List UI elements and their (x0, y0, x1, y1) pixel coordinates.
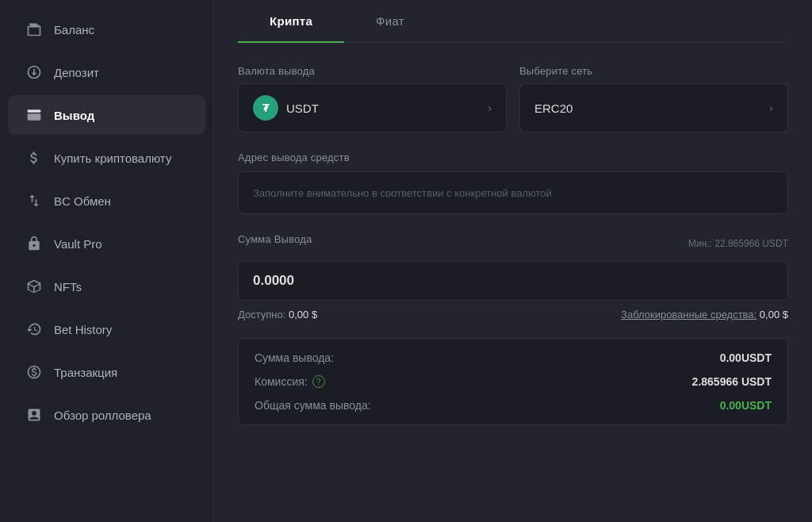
summary-row-total: Общая сумма вывода: 0.00USDT (255, 399, 772, 412)
bet-history-icon (25, 320, 43, 338)
exchange-icon (25, 192, 43, 209)
available-blocked-row: Доступно: 0,00 $ Заблокированные средств… (238, 309, 788, 320)
sidebar-item-withdraw-label: Вывод (54, 109, 94, 122)
amount-header: Сумма Вывода Мин.: 22.865966 USDT (238, 233, 788, 253)
blocked-info: Заблокированные средства: 0,00 $ (621, 309, 788, 320)
sidebar-item-bet-history[interactable]: Bet History (8, 309, 205, 349)
currency-select[interactable]: ₮ USDT › (238, 83, 507, 132)
amount-min-label: Мин.: 22.865966 USDT (688, 238, 788, 249)
summary-box: Сумма вывода: 0.00USDT Комиссия: ? 2.865… (238, 338, 788, 425)
address-label: Адрес вывода средств (238, 152, 788, 163)
commission-label: Комиссия: ? (255, 375, 325, 388)
usdt-icon: ₮ (253, 95, 278, 121)
sidebar-item-rollover[interactable]: Обзор ролловера (8, 395, 205, 435)
vault-icon (25, 235, 43, 252)
total-label: Общая сумма вывода: (255, 399, 371, 412)
nft-icon (25, 278, 43, 295)
tab-fiat[interactable]: Фиат (344, 0, 436, 42)
amount-label: Сумма Вывода (238, 233, 312, 245)
sidebar-item-buy-crypto[interactable]: Купить криптовалюту (8, 138, 205, 178)
rollover-icon (25, 406, 43, 424)
sidebar-item-vault-pro-label: Vault Pro (54, 237, 102, 251)
total-value: 0.00USDT (720, 399, 772, 412)
withdrawal-value: 0.00USDT (720, 351, 772, 364)
blocked-value: 0,00 $ (760, 309, 788, 320)
sidebar-item-rollover-label: Обзор ролловера (54, 409, 151, 422)
address-input[interactable]: Заполните внимательно в соответствии с к… (238, 171, 788, 214)
transaction-icon (25, 363, 43, 381)
sidebar-item-bet-history-label: Bet History (54, 323, 112, 336)
currency-label: Валюта вывода (238, 65, 507, 77)
tab-crypto[interactable]: Крипта (238, 0, 344, 42)
currency-network-labels: Валюта вывода Выберите сеть (238, 65, 788, 77)
sidebar-item-nfts[interactable]: NFTs (8, 267, 205, 306)
sidebar: Баланс Депозит Вывод Купить криптовалюту… (0, 0, 214, 522)
available-info: Доступно: 0,00 $ (238, 309, 317, 320)
network-label: Выберите сеть (519, 65, 788, 77)
sidebar-item-withdraw[interactable]: Вывод (8, 95, 205, 135)
sidebar-item-deposit[interactable]: Депозит (8, 52, 205, 92)
address-section: Адрес вывода средств Заполните вниматель… (238, 152, 788, 214)
network-chevron-icon: › (769, 102, 773, 114)
commission-help-icon[interactable]: ? (312, 375, 325, 388)
buy-crypto-icon (25, 149, 43, 167)
withdrawal-label: Сумма вывода: (255, 351, 334, 364)
svg-rect-0 (28, 109, 41, 112)
sidebar-item-vault-pro[interactable]: Vault Pro (8, 224, 205, 263)
withdraw-icon (25, 106, 43, 124)
available-label: Доступно: (238, 309, 285, 320)
commission-value: 2.865966 USDT (692, 375, 772, 388)
svg-rect-1 (28, 113, 41, 120)
sidebar-item-transaction-label: Транзакция (54, 366, 117, 379)
sidebar-item-deposit-label: Депозит (54, 66, 99, 79)
blocked-label[interactable]: Заблокированные средства: (621, 309, 756, 320)
available-value: 0,00 $ (289, 309, 317, 320)
currency-chevron-icon: › (488, 102, 492, 114)
sidebar-item-bc-exchange-label: BC Обмен (54, 194, 111, 208)
main-content: Крипта Фиат Валюта вывода Выберите сеть … (214, 0, 812, 522)
sidebar-item-bc-exchange[interactable]: BC Обмен (8, 181, 205, 221)
amount-input[interactable]: 0.0000 (238, 261, 788, 301)
tabs-bar: Крипта Фиат (238, 0, 788, 43)
currency-symbol: USDT (286, 102, 319, 115)
wallet-icon (25, 21, 43, 38)
network-select[interactable]: ERC20 › (519, 83, 788, 132)
sidebar-item-transaction[interactable]: Транзакция (8, 352, 205, 392)
sidebar-item-balance-label: Баланс (54, 23, 94, 36)
sidebar-item-nfts-label: NFTs (54, 280, 82, 294)
sidebar-item-buy-crypto-label: Купить криптовалюту (54, 152, 171, 165)
summary-row-withdrawal: Сумма вывода: 0.00USDT (255, 351, 772, 364)
sidebar-item-balance[interactable]: Баланс (8, 10, 205, 49)
network-name: ERC20 (534, 102, 573, 115)
deposit-icon (25, 63, 43, 81)
summary-row-commission: Комиссия: ? 2.865966 USDT (255, 375, 772, 388)
currency-network-row: ₮ USDT › ERC20 › (238, 83, 788, 132)
